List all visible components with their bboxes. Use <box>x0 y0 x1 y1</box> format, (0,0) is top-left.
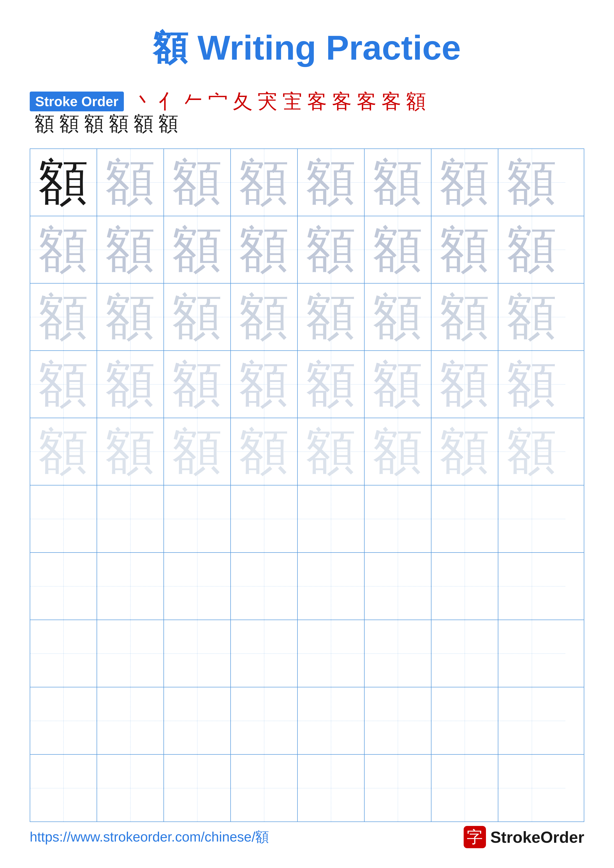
practice-char: 額 <box>106 225 155 274</box>
practice-char: 額 <box>440 225 490 274</box>
grid-cell-empty[interactable] <box>365 485 431 552</box>
grid-cell: 額 <box>97 418 164 485</box>
grid-cell: 額 <box>231 351 298 418</box>
grid-cell-empty[interactable] <box>30 553 97 620</box>
practice-char: 額 <box>173 225 222 274</box>
grid-cell-empty[interactable] <box>298 755 365 822</box>
grid-cell-empty[interactable] <box>298 485 365 552</box>
practice-grid: 額 額 額 額 額 額 額 額 額 額 額 額 額 額 額 額 額 額 額 額 … <box>30 149 584 822</box>
practice-char: 額 <box>373 158 423 207</box>
grid-cell-empty[interactable] <box>231 485 298 552</box>
grid-cell: 額 <box>365 149 431 216</box>
grid-cell-empty[interactable] <box>498 485 565 552</box>
grid-cell: 額 <box>431 418 498 485</box>
grid-cell-empty[interactable] <box>298 687 365 754</box>
stroke-char-12: 額 <box>406 91 426 112</box>
practice-char: 額 <box>173 427 222 476</box>
grid-cell: 額 <box>97 216 164 283</box>
grid-cell-empty[interactable] <box>231 553 298 620</box>
stroke-char-2: 亻 <box>159 91 178 112</box>
practice-char: 額 <box>239 360 289 409</box>
grid-cell: 額 <box>498 284 565 350</box>
grid-row-9 <box>30 687 584 755</box>
practice-char: 額 <box>507 360 556 409</box>
grid-cell-empty[interactable] <box>30 620 97 687</box>
grid-cell-empty[interactable] <box>97 620 164 687</box>
practice-char: 額 <box>173 292 222 342</box>
grid-cell-empty[interactable] <box>365 755 431 822</box>
grid-cell-empty[interactable] <box>498 755 565 822</box>
stroke-order-section: Stroke Order 丶 亻 𠂉 宀 夂 宊 宔 客 客 客 客 額 額 額… <box>25 91 589 133</box>
grid-cell: 額 <box>231 149 298 216</box>
grid-cell: 額 <box>365 418 431 485</box>
grid-cell: 額 <box>164 284 231 350</box>
grid-cell: 額 <box>164 418 231 485</box>
stroke-char-7: 宔 <box>282 91 302 112</box>
grid-cell-empty[interactable] <box>164 553 231 620</box>
grid-cell-empty[interactable] <box>164 687 231 754</box>
stroke-char-4: 宀 <box>208 91 228 112</box>
grid-cell-empty[interactable] <box>231 687 298 754</box>
practice-char: 額 <box>440 158 490 207</box>
grid-cell-empty[interactable] <box>164 485 231 552</box>
footer-url[interactable]: https://www.strokeorder.com/chinese/額 <box>30 828 269 846</box>
grid-cell-empty[interactable] <box>30 755 97 822</box>
title-char: 額 <box>153 28 188 67</box>
practice-char: 額 <box>39 292 88 342</box>
grid-row-10 <box>30 755 584 822</box>
practice-char: 額 <box>306 427 356 476</box>
grid-cell: 額 <box>298 351 365 418</box>
grid-cell-empty[interactable] <box>97 553 164 620</box>
grid-cell-empty[interactable] <box>498 620 565 687</box>
grid-cell-empty[interactable] <box>431 687 498 754</box>
grid-row-8 <box>30 620 584 687</box>
practice-char: 額 <box>440 292 490 342</box>
grid-cell-empty[interactable] <box>30 485 97 552</box>
grid-cell-empty[interactable] <box>431 553 498 620</box>
practice-char: 額 <box>239 158 289 207</box>
practice-char: 額 <box>106 427 155 476</box>
stroke-order-label: Stroke Order <box>30 91 124 112</box>
grid-cell-empty[interactable] <box>498 553 565 620</box>
grid-cell-empty[interactable] <box>365 687 431 754</box>
grid-cell-empty[interactable] <box>431 755 498 822</box>
practice-char: 額 <box>106 292 155 342</box>
grid-cell: 額 <box>365 284 431 350</box>
grid-cell: 額 <box>97 351 164 418</box>
grid-cell-empty[interactable] <box>97 687 164 754</box>
grid-cell-empty[interactable] <box>164 755 231 822</box>
grid-row-2: 額 額 額 額 額 額 額 額 <box>30 216 584 284</box>
grid-cell: 額 <box>498 149 565 216</box>
practice-char: 額 <box>306 292 356 342</box>
grid-cell-empty[interactable] <box>97 485 164 552</box>
grid-cell-empty[interactable] <box>431 620 498 687</box>
grid-cell-empty[interactable] <box>498 687 565 754</box>
grid-cell: 額 <box>97 284 164 350</box>
grid-cell: 額 <box>30 418 97 485</box>
grid-cell-empty[interactable] <box>298 553 365 620</box>
grid-cell-empty[interactable] <box>97 755 164 822</box>
grid-cell: 額 <box>431 149 498 216</box>
stroke-char-3: 𠂉 <box>183 91 203 112</box>
grid-cell-empty[interactable] <box>30 687 97 754</box>
stroke-char-13: 額 <box>35 114 54 133</box>
grid-cell-empty[interactable] <box>365 553 431 620</box>
grid-cell: 額 <box>30 149 97 216</box>
grid-cell: 額 <box>164 351 231 418</box>
stroke-char-6: 宊 <box>258 91 277 112</box>
practice-char: 額 <box>373 225 423 274</box>
stroke-char-15: 額 <box>84 114 104 133</box>
grid-cell-empty[interactable] <box>231 620 298 687</box>
page-title: 額 Writing Practice <box>25 25 589 72</box>
grid-cell-empty[interactable] <box>164 620 231 687</box>
grid-cell-empty[interactable] <box>231 755 298 822</box>
stroke-order-row1: Stroke Order 丶 亻 𠂉 宀 夂 宊 宔 客 客 客 客 額 <box>30 91 589 112</box>
grid-cell-empty[interactable] <box>298 620 365 687</box>
grid-cell: 額 <box>431 216 498 283</box>
grid-cell-empty[interactable] <box>431 485 498 552</box>
grid-cell: 額 <box>298 284 365 350</box>
grid-cell-empty[interactable] <box>365 620 431 687</box>
practice-char: 額 <box>39 360 88 409</box>
practice-char: 額 <box>39 158 88 207</box>
stroke-char-5: 夂 <box>233 91 253 112</box>
